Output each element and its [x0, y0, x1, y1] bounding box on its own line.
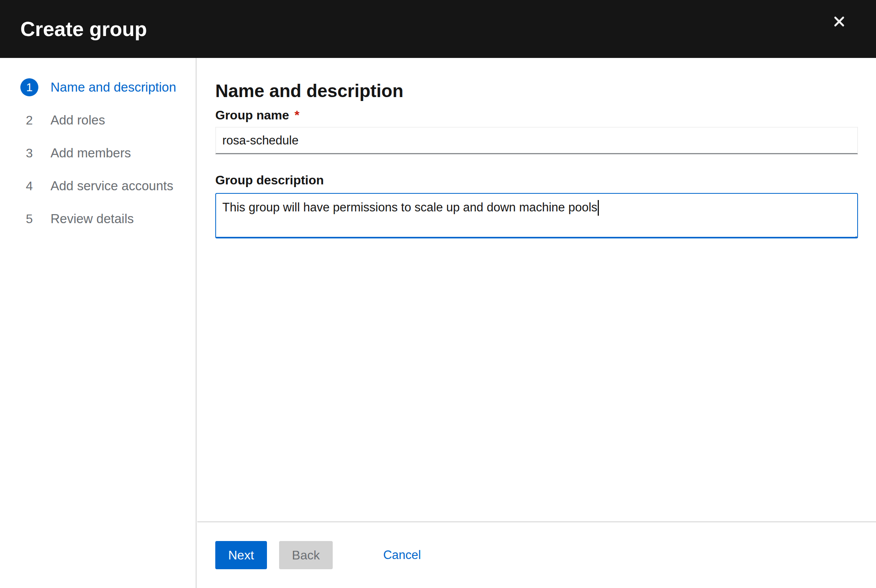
required-asterisk: * — [294, 107, 299, 123]
wizard-step-name-and-description[interactable]: 1 Name and description — [0, 71, 196, 104]
back-button: Back — [279, 541, 333, 569]
modal-header: Create group — [0, 0, 876, 58]
page-title: Create group — [20, 17, 147, 41]
create-group-wizard-modal: Create group 1 Name and description 2 Ad… — [0, 0, 876, 588]
group-description-text: This group will have permissions to scal… — [222, 200, 597, 214]
cancel-button[interactable]: Cancel — [383, 548, 421, 562]
close-button[interactable] — [827, 10, 851, 34]
step-number: 2 — [20, 111, 38, 129]
next-button[interactable]: Next — [215, 541, 267, 569]
group-description-label: Group description — [215, 172, 858, 188]
section-heading: Name and description — [215, 81, 858, 101]
step-label: Add service accounts — [50, 179, 173, 193]
resize-handle-icon[interactable] — [850, 229, 857, 236]
wizard-step-review-details[interactable]: 5 Review details — [0, 202, 196, 235]
text-caret — [598, 200, 599, 216]
group-name-input[interactable] — [215, 127, 858, 154]
step-label: Review details — [50, 211, 134, 226]
step-label: Name and description — [50, 80, 176, 95]
wizard-step-content: Name and description Group name * Group … — [197, 58, 876, 521]
group-description-textarea[interactable]: This group will have permissions to scal… — [215, 193, 858, 238]
wizard-step-add-roles[interactable]: 2 Add roles — [0, 104, 196, 137]
step-number: 1 — [20, 78, 38, 96]
step-label: Add roles — [50, 113, 105, 128]
step-number: 3 — [20, 144, 38, 162]
step-number: 4 — [20, 177, 38, 195]
wizard-step-add-members[interactable]: 3 Add members — [0, 137, 196, 170]
step-number: 5 — [20, 210, 38, 228]
wizard-step-add-service-accounts[interactable]: 4 Add service accounts — [0, 170, 196, 202]
step-label: Add members — [50, 146, 131, 161]
group-name-label: Group name * — [215, 107, 858, 123]
wizard-footer: Next Back Cancel — [197, 521, 876, 588]
wizard-nav: 1 Name and description 2 Add roles 3 Add… — [0, 58, 196, 588]
close-icon — [833, 16, 845, 29]
